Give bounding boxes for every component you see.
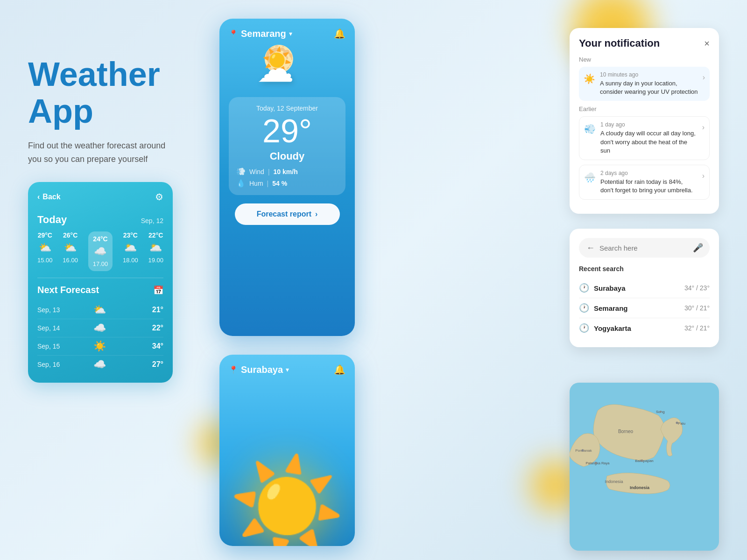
search-bar[interactable]: ← 🎤 (579, 238, 710, 258)
notification-text-0: A sunny day in your location, consider w… (600, 79, 698, 96)
forecast-btn-label: Forecast report (257, 210, 311, 218)
humidity-icon: 💧 (236, 179, 246, 188)
hourly-temp-2: 24°C (93, 235, 107, 243)
close-icon[interactable]: × (704, 38, 710, 49)
search-panel: ← 🎤 Recent search 🕐 Surabaya 34° / 23° 🕐… (570, 229, 719, 347)
notification-item-2[interactable]: 🌧️ 2 days ago Potential for rain today i… (579, 165, 710, 200)
semarang-card: 📍 Semarang ▾ 🔔 🌕 ☀️ ☁ Today, 12 Septembe… (219, 19, 355, 336)
expand-chevron-2[interactable]: › (702, 172, 705, 180)
surabaya-pin-icon: 📍 (229, 365, 238, 374)
hourly-time-2: 17.00 (93, 260, 108, 267)
nf-icon-3: ☁️ (93, 358, 106, 371)
today-label: Today (37, 214, 67, 226)
notification-time-0: 10 minutes ago (600, 71, 698, 78)
nf-date-1: Sep, 14 (37, 324, 68, 332)
earlier-section-label: Earlier (579, 105, 710, 112)
nf-temp-0: 21° (152, 306, 163, 314)
notification-item-1[interactable]: 💨 1 day ago A cloudy day will occur all … (579, 116, 710, 160)
temp-date-label: Today, 12 September (236, 105, 338, 112)
notification-text-1: A cloudy day will occur all day long, do… (600, 129, 698, 155)
chevron-right-icon: › (315, 210, 317, 218)
surabaya-chevron-icon[interactable]: ▾ (286, 366, 289, 373)
hourly-time-1: 16.00 (63, 257, 78, 264)
rain-notification-icon: 🌧️ (584, 172, 596, 183)
hourly-item-0[interactable]: 29°C ⛅ 15.00 (37, 231, 53, 271)
calendar-icon[interactable]: 📅 (153, 285, 163, 295)
chevron-left-icon: ‹ (37, 193, 40, 201)
wind-icon: 💨 (236, 167, 246, 176)
hourly-icon-0: ⛅ (39, 242, 51, 254)
search-result-0[interactable]: 🕐 Surabaya 34° / 23° (579, 278, 710, 298)
recent-search-label: Recent search (579, 265, 710, 273)
svg-point-11 (676, 422, 678, 424)
hourly-icon-2: ☁️ (94, 245, 106, 258)
notification-bell-icon[interactable]: 🔔 (334, 28, 345, 39)
hero-title: WeatherApp (28, 56, 177, 130)
nf-icon-0: ⛅ (93, 304, 106, 316)
next-forecast-label: Next Forecast (37, 285, 99, 295)
hourly-time-3: 18.00 (123, 257, 138, 264)
svg-rect-0 (570, 383, 719, 551)
new-section-label: New (579, 56, 710, 63)
hourly-temp-0: 29°C (38, 231, 52, 239)
back-label: Back (42, 193, 60, 201)
surabaya-card: 📍 Surabaya ▾ 🔔 ☀️ (219, 355, 355, 546)
nf-row-0: Sep, 13 ⛅ 21° (37, 301, 163, 319)
hourly-item-1[interactable]: 26°C ⛅ 16.00 (63, 231, 78, 271)
back-button[interactable]: ‹ Back (37, 193, 61, 201)
notification-content-1: 1 day ago A cloudy day will occur all da… (600, 121, 698, 155)
hourly-item-4[interactable]: 22°C 🌥️ 19.00 (148, 231, 163, 271)
card-top-row: ‹ Back ⚙ (37, 191, 163, 203)
nf-date-2: Sep, 15 (37, 343, 68, 350)
semarang-location-name: Semarang (241, 28, 286, 39)
hum-sep: | (267, 180, 269, 187)
hourly-temp-3: 23°C (123, 231, 138, 239)
clock-icon-0: 🕐 (579, 283, 589, 293)
temperature-value: 29° (236, 115, 338, 147)
search-city-2: Yogyakarta (594, 324, 631, 332)
expand-chevron-0[interactable]: › (703, 73, 705, 82)
semarang-location-row: 📍 Semarang ▾ 🔔 (229, 28, 345, 39)
nf-icon-1: ☁️ (93, 322, 106, 334)
search-result-2[interactable]: 🕐 Yogyakarta 32° / 21° (579, 318, 710, 338)
search-temp-0: 34° / 23° (684, 284, 710, 292)
search-back-icon[interactable]: ← (586, 243, 595, 253)
left-forecast-card: ‹ Back ⚙ Today Sep, 12 29°C ⛅ 15.00 26°C… (28, 182, 173, 383)
surabaya-bell-icon[interactable]: 🔔 (334, 364, 345, 375)
svg-text:Palangka Raya: Palangka Raya (586, 461, 610, 465)
nf-date-0: Sep, 13 (37, 306, 68, 314)
search-result-1[interactable]: 🕐 Semarang 30° / 21° (579, 298, 710, 318)
notification-time-1: 1 day ago (600, 121, 698, 128)
search-temp-2: 32° / 21° (684, 324, 710, 332)
notification-content-2: 2 days ago Potential for rain today is 8… (600, 170, 698, 195)
search-city-1: Semarang (594, 304, 628, 312)
wind-sep: | (268, 168, 270, 175)
wind-row: 💨 Wind | 10 km/h (236, 167, 338, 176)
wind-notification-icon: 💨 (584, 123, 596, 134)
notification-text-2: Potential for rain today is 84%, don't f… (600, 178, 698, 195)
surabaya-location-name: Surabaya (241, 364, 283, 375)
humidity-label: Hum (249, 180, 263, 187)
svg-text:Indonesia: Indonesia (630, 485, 650, 490)
sunny-notification-icon: ☀️ (584, 73, 595, 84)
settings-icon[interactable]: ⚙ (155, 191, 163, 203)
nf-row-2: Sep, 15 ☀️ 34° (37, 337, 163, 356)
humidity-row: 💧 Hum | 54 % (236, 179, 338, 188)
expand-chevron-1[interactable]: › (702, 123, 705, 132)
forecast-report-button[interactable]: Forecast report › (235, 203, 340, 225)
hourly-item-3[interactable]: 23°C 🌥️ 18.00 (123, 231, 138, 271)
location-pin-icon: 📍 (229, 29, 238, 38)
notification-item-0[interactable]: ☀️ 10 minutes ago A sunny day in your lo… (579, 67, 710, 101)
hourly-item-2-selected[interactable]: 24°C ☁️ 17.00 (88, 231, 113, 271)
hourly-time-4: 19.00 (148, 257, 163, 264)
microphone-icon[interactable]: 🎤 (693, 243, 703, 253)
nf-icon-2: ☀️ (93, 340, 106, 352)
hourly-time-0: 15.00 (37, 257, 53, 264)
surabaya-location-row: 📍 Surabaya ▾ 🔔 (229, 364, 345, 375)
search-temp-1: 30° / 21° (684, 304, 710, 312)
search-input[interactable] (599, 244, 688, 252)
cloud-icon: ☁ (257, 47, 294, 91)
location-chevron-icon[interactable]: ▾ (289, 30, 292, 37)
weather-condition: Cloudy (236, 150, 338, 162)
nf-row-1: Sep, 14 ☁️ 22° (37, 319, 163, 337)
